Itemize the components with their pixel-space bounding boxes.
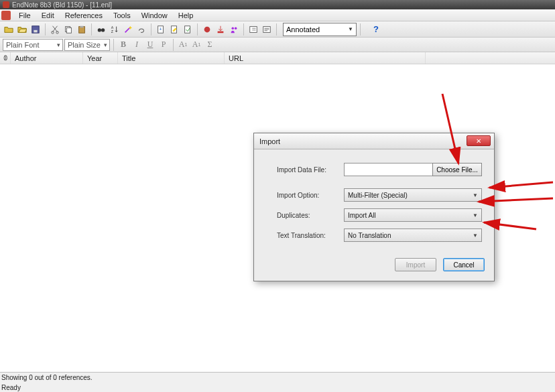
output-style-combo[interactable]: Annotated xyxy=(283,23,357,36)
sep xyxy=(197,23,198,36)
col-title[interactable]: Title xyxy=(118,52,225,64)
dialog-titlebar[interactable]: Import ✕ xyxy=(254,133,494,149)
menu-help[interactable]: Help xyxy=(173,10,199,21)
wand-icon[interactable] xyxy=(122,23,134,36)
doc-icon xyxy=(1,11,11,20)
svg-point-8 xyxy=(98,28,101,31)
sep xyxy=(113,39,114,51)
copy-icon[interactable] xyxy=(62,23,74,36)
svg-point-9 xyxy=(101,28,105,31)
import-dialog: Import ✕ Import Data File: Choose File..… xyxy=(253,133,495,281)
svg-rect-15 xyxy=(185,25,190,33)
svg-rect-20 xyxy=(250,26,257,32)
menu-edit[interactable]: Edit xyxy=(36,10,60,21)
svg-point-16 xyxy=(204,26,210,32)
menu-tools[interactable]: Tools xyxy=(108,10,136,21)
import-button: Import xyxy=(395,258,436,271)
close-icon[interactable]: ✕ xyxy=(467,135,491,146)
new-ref-icon[interactable]: + xyxy=(155,23,167,36)
col-attachment[interactable]: 𝟘 xyxy=(0,52,11,64)
statusbar-refcount: Showing 0 out of 0 references. xyxy=(0,372,555,383)
import-option-value: Multi-Filter (Special) xyxy=(348,192,408,199)
font-family-value: Plain Font xyxy=(6,41,40,49)
col-author[interactable]: Author xyxy=(11,52,83,64)
superscript-button[interactable]: A1 xyxy=(177,39,189,51)
dialog-title: Import xyxy=(259,137,280,145)
svg-point-18 xyxy=(232,27,235,29)
save-icon[interactable] xyxy=(29,23,42,36)
sep xyxy=(243,23,244,36)
cut-icon[interactable] xyxy=(49,23,61,36)
app-icon xyxy=(3,1,9,8)
format-bib-icon[interactable] xyxy=(261,23,273,36)
goto-ref-icon[interactable] xyxy=(182,23,194,36)
style-icon[interactable] xyxy=(201,23,213,36)
plain-button[interactable]: P xyxy=(158,39,170,51)
reference-list-header: 𝟘 Author Year Title URL xyxy=(0,52,555,64)
insert-cite-icon[interactable] xyxy=(247,23,259,36)
menu-file[interactable]: File xyxy=(13,10,36,21)
col-url[interactable]: URL xyxy=(225,52,426,64)
text-translation-label: Text Translation: xyxy=(277,232,344,239)
sep xyxy=(360,23,361,36)
binoculars-icon[interactable] xyxy=(95,23,107,36)
sep xyxy=(45,23,46,36)
new-folder-icon[interactable] xyxy=(3,23,15,36)
main-toolbar: AZ + Annotated ? xyxy=(0,21,555,38)
svg-point-19 xyxy=(235,27,237,29)
text-translation-value: No Translation xyxy=(348,232,391,239)
sort-az-icon[interactable]: AZ xyxy=(109,23,121,36)
import-option-label: Import Option: xyxy=(277,192,344,199)
statusbar-ready: Ready xyxy=(0,383,555,392)
output-style-value: Annotated xyxy=(286,25,320,34)
edit-ref-icon[interactable] xyxy=(168,23,180,36)
symbol-button[interactable]: Σ xyxy=(204,39,216,51)
font-size-combo[interactable]: Plain Size xyxy=(64,39,110,51)
svg-text:Z: Z xyxy=(111,29,114,34)
help-icon[interactable]: ? xyxy=(371,24,381,35)
svg-rect-5 xyxy=(66,27,71,33)
svg-text:A: A xyxy=(111,25,114,29)
window-title: EndNote 8b3 (Bld 1150) - [11.enl] xyxy=(12,1,112,9)
underline-button[interactable]: U xyxy=(144,39,156,51)
duplicates-label: Duplicates: xyxy=(277,212,344,219)
paste-icon[interactable] xyxy=(76,23,88,36)
open-icon[interactable] xyxy=(16,23,28,36)
col-year[interactable]: Year xyxy=(83,52,118,64)
cancel-button[interactable]: Cancel xyxy=(443,258,485,271)
svg-rect-1 xyxy=(34,29,37,32)
choose-file-button[interactable]: Choose File... xyxy=(432,163,482,176)
italic-button[interactable]: I xyxy=(131,39,143,51)
sep xyxy=(276,23,277,36)
sep xyxy=(151,23,151,36)
svg-text:+: + xyxy=(159,26,162,31)
format-toolbar: Plain Font Plain Size B I U P A1 A1 Σ xyxy=(0,38,555,52)
window-titlebar: EndNote 8b3 (Bld 1150) - [11.enl] xyxy=(0,0,555,9)
duplicates-value: Import All xyxy=(348,212,376,219)
sep xyxy=(173,39,174,51)
duplicates-combo[interactable]: Import All xyxy=(344,208,482,222)
export-icon[interactable] xyxy=(214,23,227,36)
font-size-value: Plain Size xyxy=(68,41,101,49)
menu-window[interactable]: Window xyxy=(136,10,173,21)
link-icon[interactable] xyxy=(135,23,147,36)
import-option-combo[interactable]: Multi-Filter (Special) xyxy=(344,188,482,202)
sep xyxy=(91,23,92,36)
svg-rect-7 xyxy=(80,25,83,27)
import-data-file-input[interactable] xyxy=(344,163,433,176)
bold-button[interactable]: B xyxy=(117,39,129,51)
subscript-button[interactable]: A1 xyxy=(190,39,202,51)
import-data-file-label: Import Data File: xyxy=(277,166,344,174)
menu-references[interactable]: References xyxy=(60,10,108,21)
people-icon[interactable] xyxy=(228,23,240,36)
text-translation-combo[interactable]: No Translation xyxy=(344,228,482,242)
font-family-combo[interactable]: Plain Font xyxy=(3,39,63,51)
svg-rect-17 xyxy=(218,31,224,33)
menubar: File Edit References Tools Window Help xyxy=(0,9,555,21)
